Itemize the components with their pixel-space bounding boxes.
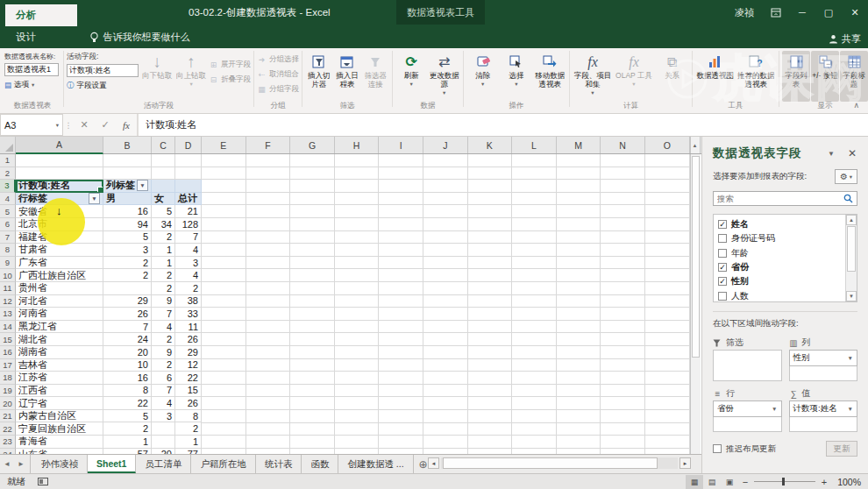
name-box-dropdown-icon[interactable]: ▾ <box>56 122 59 129</box>
row-header[interactable]: 15 <box>0 333 16 346</box>
plus-minus-buttons-toggle[interactable]: +−+/- 按钮 <box>811 51 839 102</box>
column-header[interactable]: M <box>557 137 601 153</box>
cell-total-count[interactable]: 8 <box>175 410 202 423</box>
column-field-pill[interactable]: 性别▼ <box>789 350 858 366</box>
column-header[interactable]: N <box>601 137 645 153</box>
group-field-button[interactable]: ▦分组字段 <box>257 82 299 96</box>
cell-province[interactable]: 江西省 <box>16 385 103 398</box>
field-checkbox-row[interactable]: ✓ 身份证号码 <box>718 231 844 245</box>
cell-province[interactable]: 宁夏回族自治区 <box>16 422 103 436</box>
close-button[interactable]: ✕ <box>842 0 868 25</box>
cell-male-count[interactable]: 16 <box>103 205 152 218</box>
row-header[interactable]: 1 <box>0 154 16 167</box>
cell-total-count[interactable]: 2 <box>175 422 202 436</box>
sheet-nav-right-icon[interactable]: ► <box>14 455 28 473</box>
column-header-d[interactable]: D <box>175 137 202 153</box>
change-data-source-button[interactable]: ⇄更改数据源▾ <box>429 51 461 102</box>
cell-province[interactable]: 江苏省 <box>16 372 103 385</box>
cell-male-count[interactable]: 8 <box>103 385 152 398</box>
cell-b4-male[interactable]: 男 <box>103 193 152 206</box>
row-field-pill[interactable]: 省份▼ <box>713 400 782 417</box>
row-header[interactable]: 18 <box>0 372 16 385</box>
cell-total-count[interactable]: 1 <box>175 436 202 449</box>
cell-total-count[interactable]: 11 <box>175 321 202 334</box>
zoom-in-button[interactable]: + <box>817 477 831 487</box>
columns-drop-zone[interactable]: 性别▼ <box>789 350 858 381</box>
row-header[interactable]: 17 <box>0 359 16 372</box>
row-header-selected[interactable]: 3 <box>0 180 16 193</box>
cell-female-count[interactable]: 7 <box>152 385 175 398</box>
cell-province[interactable]: 湖北省 <box>16 333 103 346</box>
vertical-scrollbar[interactable] <box>690 154 701 454</box>
minimize-button[interactable]: ─ <box>789 0 815 25</box>
sheet-tab[interactable]: 员工清单 <box>136 455 191 473</box>
tools-button[interactable]: ⚙▾ <box>835 169 857 184</box>
select-all-corner[interactable] <box>0 137 16 153</box>
rows-drop-zone[interactable]: 省份▼ <box>713 400 782 432</box>
select-button[interactable]: 选择▾ <box>500 51 532 102</box>
insert-slicer-button[interactable]: 插入切片器 <box>305 51 332 102</box>
cell-total-count[interactable]: 128 <box>175 218 202 231</box>
cell-total-count[interactable]: 38 <box>175 295 202 308</box>
row-header[interactable]: 23 <box>0 436 16 449</box>
insert-function-icon[interactable]: fx <box>116 120 137 131</box>
cell-male-count[interactable]: 29 <box>103 295 152 308</box>
column-header[interactable]: J <box>423 137 468 153</box>
row-header[interactable]: 2 <box>0 167 16 181</box>
cell-female-count[interactable]: 2 <box>152 269 175 282</box>
cell-female-count[interactable]: 9 <box>152 295 175 308</box>
cell[interactable] <box>103 154 152 167</box>
sheet-tab[interactable]: 户籍所在地 <box>191 455 256 473</box>
cell-female-count[interactable]: 3 <box>152 410 175 423</box>
cancel-icon[interactable]: ✕ <box>74 119 95 131</box>
sheet-nav-left-icon[interactable]: ◄ <box>0 455 14 473</box>
cell-female-count[interactable]: 9 <box>152 346 175 359</box>
row-header[interactable]: 4 <box>0 193 16 206</box>
field-checkbox-row[interactable]: ✓ 年龄 <box>718 246 844 260</box>
enter-icon[interactable]: ✓ <box>95 119 116 131</box>
cell[interactable] <box>175 180 202 193</box>
cell-total-count[interactable]: 21 <box>175 205 202 218</box>
pivot-options-button[interactable]: ▤选项▾ <box>4 78 60 91</box>
insert-timeline-button[interactable]: 插入日程表 <box>333 51 360 102</box>
value-field-pill[interactable]: 计数项:姓名▼ <box>789 400 858 417</box>
column-header-c[interactable]: C <box>152 137 175 153</box>
clear-button[interactable]: 清除▾ <box>466 51 499 102</box>
field-checkbox[interactable]: ✓ <box>718 249 727 258</box>
cell-province[interactable]: 贵州省 <box>16 282 103 295</box>
cell-female-count[interactable]: 6 <box>152 372 175 385</box>
collapse-field-button[interactable]: ⊟折叠字段 <box>209 73 251 86</box>
column-header[interactable]: L <box>512 137 557 153</box>
update-button[interactable]: 更新 <box>826 441 857 457</box>
zoom-slider[interactable] <box>754 481 815 482</box>
row-header[interactable]: 20 <box>0 397 16 410</box>
scrollbar-thumb[interactable] <box>847 226 856 272</box>
row-header[interactable]: 8 <box>0 244 16 257</box>
share-button[interactable]: 共享 <box>829 32 861 46</box>
cell-total-count[interactable]: 33 <box>175 308 202 321</box>
cell-total-count[interactable]: 12 <box>175 359 202 372</box>
cell-province[interactable]: 青海省 <box>16 436 103 449</box>
cell-female-count[interactable]: 34 <box>152 218 175 231</box>
row-header[interactable]: 9 <box>0 257 16 270</box>
column-header[interactable]: F <box>246 137 291 153</box>
cell-d4-total[interactable]: 总计 <box>175 193 202 206</box>
vertical-scroll-up-icon[interactable]: ▲ <box>690 137 701 153</box>
cell-total-count[interactable]: 2 <box>175 282 202 295</box>
column-header-b[interactable]: B <box>103 137 152 153</box>
cell-male-count[interactable]: 20 <box>103 346 152 359</box>
move-pivottable-button[interactable]: 移动数据透视表 <box>534 51 566 102</box>
drill-down-button[interactable]: ↓向下钻取 <box>140 51 174 102</box>
field-list-toggle[interactable]: 字段列表 <box>782 51 810 102</box>
cell-male-count[interactable]: 16 <box>103 372 152 385</box>
cell-female-count[interactable]: 7 <box>152 308 175 321</box>
cell-female-count[interactable]: 2 <box>152 282 175 295</box>
sheet-tab[interactable]: 函数 <box>302 455 338 473</box>
cell-male-count[interactable]: 26 <box>103 308 152 321</box>
macro-record-icon[interactable] <box>38 478 48 485</box>
row-labels-filter-icon[interactable]: ▼ <box>89 193 100 204</box>
cell-province[interactable]: 广东省 <box>16 257 103 270</box>
pivot-name-input[interactable] <box>4 63 59 76</box>
cell[interactable] <box>152 167 175 181</box>
cell-total-count[interactable]: 7 <box>175 231 202 244</box>
